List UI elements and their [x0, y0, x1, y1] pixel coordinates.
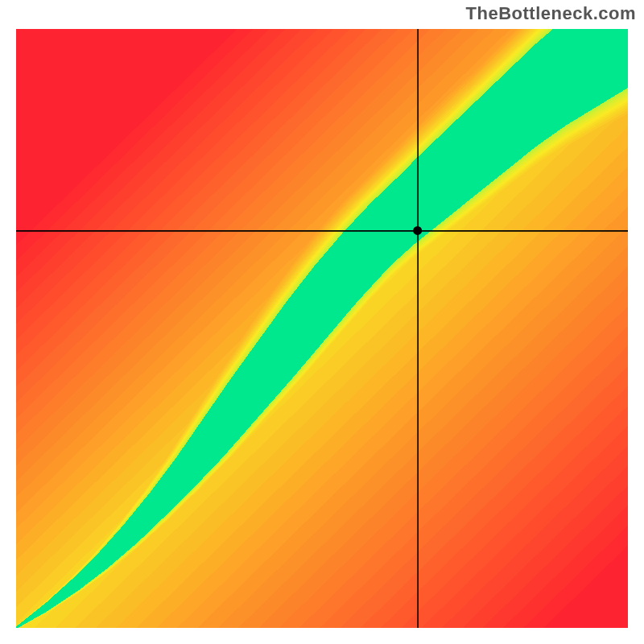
heatmap-canvas — [16, 29, 628, 628]
chart-container: TheBottleneck.com — [0, 0, 644, 644]
plot-area — [16, 29, 628, 628]
watermark-text: TheBottleneck.com — [466, 3, 636, 24]
